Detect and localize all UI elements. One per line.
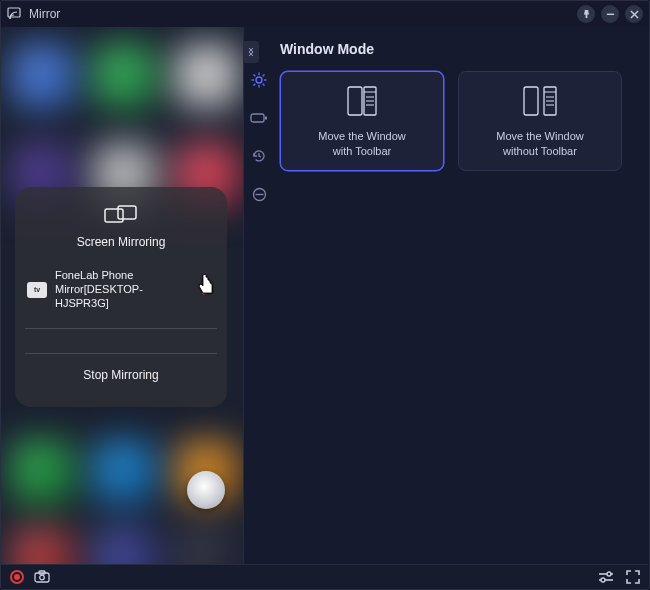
- svg-point-5: [256, 77, 262, 83]
- window-mode-with-toolbar[interactable]: Move the Window with Toolbar: [280, 71, 444, 171]
- close-button[interactable]: [625, 5, 643, 23]
- assistive-touch-icon[interactable]: [187, 471, 225, 509]
- record-button[interactable]: [10, 570, 24, 584]
- mirror-device-row[interactable]: tv FoneLab Phone Mirror[DESKTOP-HJSPR3G]: [25, 267, 217, 312]
- no-entry-icon[interactable]: [250, 185, 268, 203]
- titlebar: Mirror: [1, 1, 649, 27]
- svg-line-12: [254, 84, 256, 86]
- mirror-device-name: FoneLab Phone Mirror[DESKTOP-HJSPR3G]: [55, 269, 193, 310]
- svg-rect-14: [251, 114, 264, 122]
- fullscreen-icon[interactable]: [626, 570, 640, 584]
- tv-icon: tv: [27, 282, 47, 298]
- phone-preview-pane: Screen Mirroring tv FoneLab Phone Mirror…: [1, 27, 243, 565]
- bottom-toolbar: [2, 564, 648, 588]
- window-mode-options: Move the Window with Toolbar: [280, 71, 631, 171]
- history-icon[interactable]: [250, 147, 268, 165]
- battery-icon[interactable]: [250, 109, 268, 127]
- divider: [25, 353, 217, 354]
- list-settings-icon[interactable]: [598, 570, 614, 584]
- titlebar-right: [577, 5, 643, 23]
- mode-label: Move the Window without Toolbar: [496, 129, 583, 159]
- svg-line-11: [263, 84, 265, 86]
- window-without-toolbar-icon: [514, 83, 566, 119]
- svg-rect-24: [524, 87, 538, 115]
- settings-panel: Window Mode: [243, 27, 649, 565]
- collapse-panel-handle[interactable]: [243, 41, 259, 63]
- svg-line-13: [263, 75, 265, 77]
- app-window: Mirror Screen Mirroring: [0, 0, 650, 590]
- mirror-panel-title: Screen Mirroring: [77, 235, 166, 249]
- mirror-status-indicator: [201, 283, 215, 297]
- app-title: Mirror: [29, 7, 60, 21]
- settings-sidebar: [244, 27, 274, 565]
- screen-mirroring-panel: Screen Mirroring tv FoneLab Phone Mirror…: [15, 187, 227, 407]
- svg-rect-1: [606, 13, 613, 14]
- svg-line-10: [254, 75, 256, 77]
- divider: [25, 328, 217, 329]
- titlebar-left: Mirror: [7, 7, 60, 21]
- mirror-screens-icon: [104, 205, 138, 227]
- svg-rect-2: [105, 209, 123, 222]
- stop-mirroring-button[interactable]: Stop Mirroring: [83, 368, 158, 382]
- minimize-button[interactable]: [601, 5, 619, 23]
- gear-icon[interactable]: [250, 71, 268, 89]
- settings-content: Window Mode: [274, 27, 649, 565]
- svg-rect-18: [348, 87, 362, 115]
- app-mirror-icon: [7, 7, 23, 21]
- svg-point-35: [607, 572, 611, 576]
- svg-point-36: [601, 578, 605, 582]
- window-mode-without-toolbar[interactable]: Move the Window without Toolbar: [458, 71, 622, 171]
- section-title: Window Mode: [280, 41, 631, 57]
- screenshot-button[interactable]: [34, 570, 50, 583]
- svg-rect-3: [118, 206, 136, 219]
- pin-button[interactable]: [577, 5, 595, 23]
- svg-point-4: [203, 292, 206, 295]
- svg-point-31: [40, 575, 45, 580]
- svg-rect-15: [265, 117, 267, 120]
- window-with-toolbar-icon: [336, 83, 388, 119]
- mode-label: Move the Window with Toolbar: [318, 129, 405, 159]
